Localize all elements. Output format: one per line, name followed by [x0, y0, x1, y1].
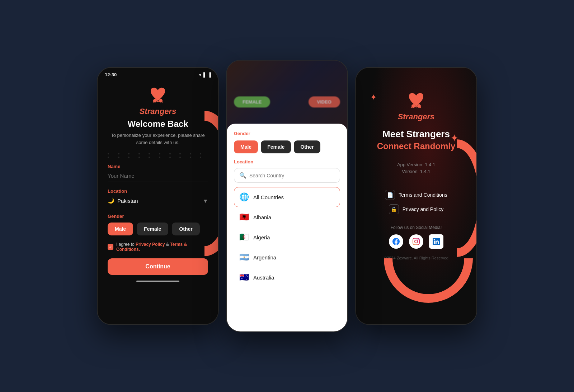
search-box: 🔍: [234, 168, 340, 183]
country-item-australia[interactable]: 🇦🇺 Australia: [234, 267, 340, 287]
location-label: Location: [108, 188, 208, 194]
location-flag: 🌙: [108, 197, 114, 204]
country-list: 🌐 All Countries 🇦🇱 Albania 🇩🇿 Algeria 🇦🇷…: [234, 187, 340, 287]
document-icon: 📄: [385, 190, 395, 200]
gender-buttons-p1: Male Female Other: [108, 223, 208, 235]
agree-text: I agree to Privacy Policy & Terms & Cond…: [116, 242, 208, 252]
dots-pattern: [108, 153, 208, 158]
lock-icon: 🔒: [389, 204, 399, 214]
country-item-argentina[interactable]: 🇦🇷 Argentina: [234, 247, 340, 267]
linkedin-icon[interactable]: [429, 234, 443, 249]
blurred-top: FEMALE VIDEO: [227, 61, 347, 132]
country-flag-argentina: 🇦🇷: [239, 253, 249, 262]
phones-container: 12:30 Strangers Welcome Back To p: [36, 60, 538, 332]
country-item-algeria[interactable]: 🇩🇿 Algeria: [234, 227, 340, 247]
name-label: Name: [108, 164, 208, 169]
logo-area: Strangers: [98, 80, 218, 119]
welcome-subtitle: To personalize your experience, please s…: [108, 132, 208, 146]
country-name-algeria: Algeria: [253, 234, 270, 240]
battery-icon: [208, 72, 211, 77]
modal-gender-row: Male Female Other: [234, 140, 340, 153]
gender-male-btn[interactable]: Male: [108, 223, 133, 235]
country-flag-algeria: 🇩🇿: [239, 233, 249, 242]
copyright-text: ©2024 Zexware. All Rights Reserved: [367, 256, 466, 260]
gender-other-btn[interactable]: Other: [172, 223, 199, 235]
video-pill: VIDEO: [309, 96, 340, 107]
name-input[interactable]: [108, 171, 208, 182]
country-name-australia: Australia: [253, 274, 274, 281]
phone-about: ✦ ✦ Strangers Meet Strangers Connect Ran…: [355, 67, 477, 325]
modal-male-btn[interactable]: Male: [234, 140, 258, 153]
terms-row[interactable]: 📄 Terms and Conditions: [367, 190, 466, 200]
country-flag-albania: 🇦🇱: [239, 212, 249, 222]
country-name-all: All Countries: [253, 194, 284, 200]
country-flag-all: 🌐: [239, 192, 249, 202]
modal-female-btn[interactable]: Female: [261, 140, 291, 153]
facebook-icon[interactable]: [389, 234, 403, 249]
search-icon: 🔍: [239, 172, 246, 179]
sparkle-top-left: ✦: [370, 93, 377, 102]
country-item-albania[interactable]: 🇦🇱 Albania: [234, 207, 340, 227]
follow-text: Follow us on Social Media!: [367, 225, 466, 230]
policy-row[interactable]: 🔒 Privacy and Policy: [367, 204, 466, 214]
status-bar: 12:30: [98, 68, 218, 80]
continue-button[interactable]: Continue: [108, 258, 208, 275]
country-flag-australia: 🇦🇺: [239, 273, 249, 282]
modal-other-btn[interactable]: Other: [294, 140, 320, 153]
app-name-p1: Strangers: [140, 107, 177, 116]
gender-section-label: Gender: [234, 131, 340, 136]
social-icons-row: [367, 234, 466, 249]
welcome-title: Welcome Back: [108, 119, 208, 129]
agree-checkbox[interactable]: ✓: [108, 244, 113, 250]
p3-content: Meet Strangers Connect Randomly App Vers…: [356, 129, 476, 260]
app-name-p3: Strangers: [398, 112, 435, 121]
wifi-icon: [198, 72, 202, 77]
female-pill: FEMALE: [234, 96, 270, 107]
status-time: 12:30: [105, 72, 117, 77]
country-item-all[interactable]: 🌐 All Countries: [234, 187, 340, 207]
location-value: Pakistan: [117, 198, 138, 204]
phone-welcome: 12:30 Strangers Welcome Back To p: [97, 67, 219, 325]
social-section: Follow us on Social Media! ©2024 Zexware…: [367, 225, 466, 260]
chevron-down-icon: ▼: [203, 198, 208, 204]
app-version-label: App Version: 1.4.1: [367, 162, 466, 167]
country-modal: Gender Male Female Other Location 🔍 🌐 A: [227, 124, 347, 331]
location-section-label: Location: [234, 159, 340, 164]
terms-label: Terms and Conditions: [399, 192, 447, 198]
gender-female-btn[interactable]: Female: [137, 223, 168, 235]
agree-row: ✓ I agree to Privacy Policy & Terms & Co…: [108, 242, 208, 252]
signal-icon: [203, 72, 207, 77]
location-select[interactable]: 🌙 Pakistan ▼: [108, 196, 208, 207]
country-name-argentina: Argentina: [253, 254, 276, 260]
country-name-albania: Albania: [253, 214, 271, 220]
privacy-policy-link[interactable]: Privacy Policy: [136, 242, 165, 247]
policy-label: Privacy and Policy: [403, 206, 443, 212]
sparkle-top-right: ✦: [450, 132, 458, 144]
home-indicator: [136, 281, 179, 282]
gender-label-p1: Gender: [108, 214, 208, 219]
instagram-icon[interactable]: [409, 234, 423, 249]
version-label: Version: 1.4.1: [367, 169, 466, 174]
phone-country-select: FEMALE VIDEO Gender Male Female Other Lo…: [226, 60, 348, 332]
country-search-input[interactable]: [249, 173, 335, 178]
